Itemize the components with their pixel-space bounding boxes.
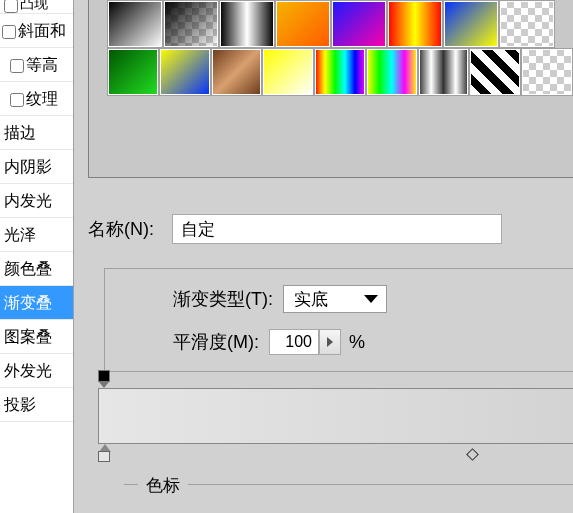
sidebar-item[interactable]: 外发光 <box>0 354 73 388</box>
smoothness-label: 平滑度(M): <box>173 330 259 354</box>
sidebar-item[interactable]: 斜面和 <box>0 14 73 48</box>
sidebar-item-label: 斜面和 <box>18 22 66 39</box>
gradient-swatch[interactable] <box>418 48 470 96</box>
chevron-down-icon <box>364 295 378 303</box>
gradient-editor-main: 名称(N): 渐变类型(T): 实底 平滑度(M): % 色标 <box>74 0 573 513</box>
opacity-stop[interactable] <box>98 370 112 384</box>
sidebar-item-label: 内发光 <box>4 192 52 209</box>
gradient-swatch[interactable] <box>159 48 211 96</box>
sidebar-item[interactable]: 等高 <box>0 48 73 82</box>
sidebar-item-label: 描边 <box>4 124 36 141</box>
triangle-right-icon <box>327 337 333 347</box>
sidebar-check[interactable] <box>4 0 18 13</box>
sidebar-item-label: 等高 <box>26 56 58 73</box>
gradient-swatch[interactable] <box>262 48 314 96</box>
gradient-preset-panel <box>88 0 573 178</box>
sidebar-item[interactable]: 内发光 <box>0 184 73 218</box>
gradient-swatch[interactable] <box>443 0 499 48</box>
sidebar-item[interactable]: 投影 <box>0 388 73 422</box>
layer-style-sidebar: 凸现 斜面和等高纹理描边内阴影内发光光泽颜色叠渐变叠图案叠外发光投影 <box>0 0 74 513</box>
sidebar-item-label: 图案叠 <box>4 328 52 345</box>
gradient-name-input[interactable] <box>172 214 502 244</box>
midpoint-diamond-icon[interactable] <box>466 448 479 461</box>
gradient-swatch[interactable] <box>107 0 163 48</box>
sidebar-item[interactable]: 图案叠 <box>0 320 73 354</box>
gradient-swatch[interactable] <box>499 0 555 48</box>
sidebar-item-label: 光泽 <box>4 226 36 243</box>
sidebar-item-label: 投影 <box>4 396 36 413</box>
gradient-type-fieldset: 渐变类型(T): 实底 平滑度(M): % <box>104 268 573 372</box>
gradient-type-label: 渐变类型(T): <box>173 287 273 311</box>
gradient-bar[interactable] <box>98 388 573 444</box>
sidebar-item[interactable]: 颜色叠 <box>0 252 73 286</box>
sidebar-item[interactable]: 渐变叠 <box>0 286 73 320</box>
color-stops-fieldset <box>124 484 573 485</box>
sidebar-item-label: 外发光 <box>4 362 52 379</box>
smoothness-stepper[interactable] <box>319 329 341 355</box>
sidebar-item[interactable]: 描边 <box>0 116 73 150</box>
gradient-swatch[interactable] <box>387 0 443 48</box>
sidebar-item-label: 纹理 <box>26 90 58 107</box>
sidebar-item-fragment[interactable]: 凸现 <box>0 0 73 14</box>
gradient-swatch[interactable] <box>469 48 521 96</box>
sidebar-item-label: 凸现 <box>20 0 48 13</box>
gradient-swatch[interactable] <box>107 48 159 96</box>
sidebar-item[interactable]: 内阴影 <box>0 150 73 184</box>
sidebar-item-label: 渐变叠 <box>4 294 52 311</box>
color-stop[interactable] <box>98 444 112 462</box>
gradient-swatch[interactable] <box>275 0 331 48</box>
gradient-swatch[interactable] <box>219 0 275 48</box>
sidebar-check[interactable] <box>2 25 16 39</box>
sidebar-check[interactable] <box>10 93 24 107</box>
gradient-type-select[interactable]: 实底 <box>283 285 387 313</box>
name-label: 名称(N): <box>88 217 154 241</box>
gradient-swatch[interactable] <box>521 48 573 96</box>
color-stops-legend: 色标 <box>138 474 188 497</box>
sidebar-check[interactable] <box>10 59 24 73</box>
sidebar-item[interactable]: 纹理 <box>0 82 73 116</box>
gradient-swatch[interactable] <box>163 0 219 48</box>
smoothness-input[interactable] <box>269 329 319 355</box>
sidebar-item[interactable]: 光泽 <box>0 218 73 252</box>
gradient-swatch[interactable] <box>366 48 418 96</box>
sidebar-item-label: 内阴影 <box>4 158 52 175</box>
gradient-swatch[interactable] <box>314 48 366 96</box>
gradient-swatch[interactable] <box>331 0 387 48</box>
sidebar-item-label: 颜色叠 <box>4 260 52 277</box>
gradient-swatch[interactable] <box>211 48 263 96</box>
percent-label: % <box>349 332 365 353</box>
select-value: 实底 <box>294 288 328 311</box>
